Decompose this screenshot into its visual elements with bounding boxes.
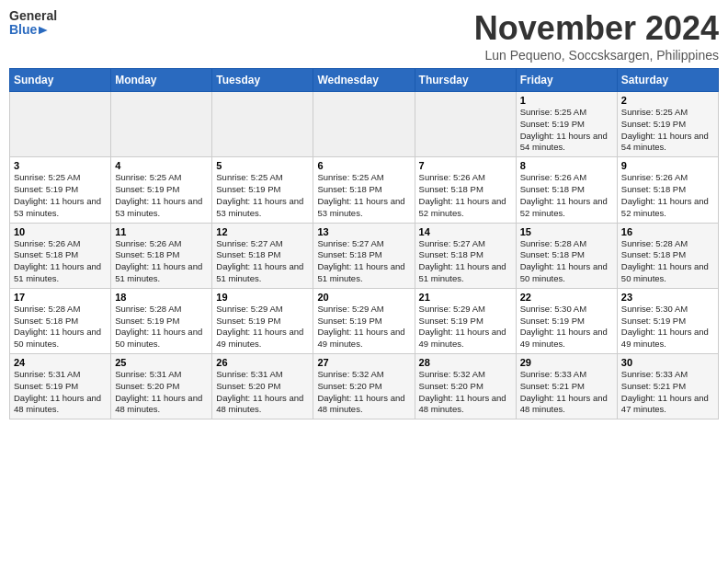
calendar-cell: 26Sunrise: 5:31 AM Sunset: 5:20 PM Dayli… (212, 354, 313, 419)
calendar-cell: 29Sunrise: 5:33 AM Sunset: 5:21 PM Dayli… (516, 354, 617, 419)
day-number: 24 (14, 357, 107, 368)
calendar-cell: 8Sunrise: 5:26 AM Sunset: 5:18 PM Daylig… (516, 157, 617, 223)
calendar-cell: 5Sunrise: 5:25 AM Sunset: 5:19 PM Daylig… (212, 157, 313, 223)
calendar-week-row: 1Sunrise: 5:25 AM Sunset: 5:19 PM Daylig… (10, 92, 719, 157)
calendar-cell: 6Sunrise: 5:25 AM Sunset: 5:18 PM Daylig… (313, 157, 415, 223)
calendar-cell: 19Sunrise: 5:29 AM Sunset: 5:19 PM Dayli… (212, 288, 313, 353)
col-header-saturday: Saturday (617, 69, 718, 92)
day-number: 7 (419, 160, 512, 171)
day-info: Sunrise: 5:28 AM Sunset: 5:19 PM Dayligh… (115, 304, 208, 350)
day-info: Sunrise: 5:28 AM Sunset: 5:18 PM Dayligh… (14, 304, 107, 350)
day-info: Sunrise: 5:28 AM Sunset: 5:18 PM Dayligh… (520, 238, 613, 285)
day-info: Sunrise: 5:32 AM Sunset: 5:20 PM Dayligh… (317, 369, 410, 416)
logo: General Blue (9, 9, 48, 42)
day-number: 19 (216, 292, 309, 303)
calendar-cell: 12Sunrise: 5:27 AM Sunset: 5:18 PM Dayli… (212, 223, 313, 288)
day-info: Sunrise: 5:28 AM Sunset: 5:18 PM Dayligh… (621, 238, 714, 285)
day-number: 29 (520, 357, 613, 368)
calendar-cell (415, 92, 516, 157)
day-number: 26 (216, 357, 309, 368)
day-info: Sunrise: 5:26 AM Sunset: 5:18 PM Dayligh… (419, 172, 512, 219)
day-info: Sunrise: 5:25 AM Sunset: 5:19 PM Dayligh… (520, 107, 613, 154)
col-header-friday: Friday (516, 69, 617, 92)
day-number: 9 (621, 160, 714, 171)
calendar-cell: 22Sunrise: 5:30 AM Sunset: 5:19 PM Dayli… (516, 288, 617, 353)
day-info: Sunrise: 5:27 AM Sunset: 5:18 PM Dayligh… (317, 238, 410, 285)
day-info: Sunrise: 5:33 AM Sunset: 5:21 PM Dayligh… (520, 369, 613, 416)
day-info: Sunrise: 5:31 AM Sunset: 5:19 PM Dayligh… (14, 369, 107, 416)
day-number: 4 (115, 160, 208, 171)
calendar-cell: 1Sunrise: 5:25 AM Sunset: 5:19 PM Daylig… (516, 92, 617, 157)
location-subtitle: Lun Pequeno, Soccsksargen, Philippines (474, 48, 719, 63)
day-info: Sunrise: 5:26 AM Sunset: 5:18 PM Dayligh… (621, 172, 714, 219)
calendar-cell: 14Sunrise: 5:27 AM Sunset: 5:18 PM Dayli… (415, 223, 516, 288)
day-info: Sunrise: 5:25 AM Sunset: 5:19 PM Dayligh… (14, 172, 107, 219)
calendar-cell (10, 92, 111, 157)
calendar-cell: 20Sunrise: 5:29 AM Sunset: 5:19 PM Dayli… (313, 288, 415, 353)
day-number: 30 (621, 357, 714, 368)
calendar-week-row: 24Sunrise: 5:31 AM Sunset: 5:19 PM Dayli… (10, 354, 719, 419)
calendar-cell (313, 92, 415, 157)
calendar-cell: 23Sunrise: 5:30 AM Sunset: 5:19 PM Dayli… (617, 288, 718, 353)
calendar-cell: 10Sunrise: 5:26 AM Sunset: 5:18 PM Dayli… (10, 223, 111, 288)
day-number: 23 (621, 292, 714, 303)
day-info: Sunrise: 5:25 AM Sunset: 5:18 PM Dayligh… (317, 172, 410, 219)
day-number: 3 (14, 160, 107, 171)
day-number: 1 (520, 95, 613, 106)
calendar-week-row: 3Sunrise: 5:25 AM Sunset: 5:19 PM Daylig… (10, 157, 719, 223)
col-header-thursday: Thursday (415, 69, 516, 92)
calendar-table: SundayMondayTuesdayWednesdayThursdayFrid… (9, 68, 719, 419)
day-info: Sunrise: 5:26 AM Sunset: 5:18 PM Dayligh… (520, 172, 613, 219)
day-number: 16 (621, 226, 714, 237)
title-area: November 2024 Lun Pequeno, Soccsksargen,… (474, 9, 719, 63)
page-header: General Blue November 2024 Lun Pequeno, … (9, 9, 719, 63)
calendar-cell: 25Sunrise: 5:31 AM Sunset: 5:20 PM Dayli… (111, 354, 212, 419)
col-header-tuesday: Tuesday (212, 69, 313, 92)
day-number: 8 (520, 160, 613, 171)
day-info: Sunrise: 5:31 AM Sunset: 5:20 PM Dayligh… (115, 369, 208, 416)
calendar-cell: 17Sunrise: 5:28 AM Sunset: 5:18 PM Dayli… (10, 288, 111, 353)
calendar-cell: 11Sunrise: 5:26 AM Sunset: 5:18 PM Dayli… (111, 223, 212, 288)
calendar-week-row: 10Sunrise: 5:26 AM Sunset: 5:18 PM Dayli… (10, 223, 719, 288)
day-info: Sunrise: 5:27 AM Sunset: 5:18 PM Dayligh… (419, 238, 512, 285)
calendar-header-row: SundayMondayTuesdayWednesdayThursdayFrid… (10, 69, 719, 92)
day-info: Sunrise: 5:30 AM Sunset: 5:19 PM Dayligh… (520, 304, 613, 350)
svg-marker-0 (39, 27, 48, 34)
day-info: Sunrise: 5:29 AM Sunset: 5:19 PM Dayligh… (317, 304, 410, 350)
calendar-cell: 2Sunrise: 5:25 AM Sunset: 5:19 PM Daylig… (617, 92, 718, 157)
calendar-cell: 15Sunrise: 5:28 AM Sunset: 5:18 PM Dayli… (516, 223, 617, 288)
day-number: 15 (520, 226, 613, 237)
calendar-cell: 18Sunrise: 5:28 AM Sunset: 5:19 PM Dayli… (111, 288, 212, 353)
calendar-cell: 13Sunrise: 5:27 AM Sunset: 5:18 PM Dayli… (313, 223, 415, 288)
day-number: 12 (216, 226, 309, 237)
calendar-cell: 3Sunrise: 5:25 AM Sunset: 5:19 PM Daylig… (10, 157, 111, 223)
day-number: 18 (115, 292, 208, 303)
day-number: 11 (115, 226, 208, 237)
day-info: Sunrise: 5:29 AM Sunset: 5:19 PM Dayligh… (419, 304, 512, 350)
calendar-cell: 16Sunrise: 5:28 AM Sunset: 5:18 PM Dayli… (617, 223, 718, 288)
day-info: Sunrise: 5:32 AM Sunset: 5:20 PM Dayligh… (419, 369, 512, 416)
col-header-monday: Monday (111, 69, 212, 92)
day-number: 22 (520, 292, 613, 303)
day-number: 21 (419, 292, 512, 303)
day-info: Sunrise: 5:25 AM Sunset: 5:19 PM Dayligh… (621, 107, 714, 154)
calendar-cell: 27Sunrise: 5:32 AM Sunset: 5:20 PM Dayli… (313, 354, 415, 419)
day-number: 13 (317, 226, 410, 237)
day-info: Sunrise: 5:25 AM Sunset: 5:19 PM Dayligh… (216, 172, 309, 219)
day-info: Sunrise: 5:29 AM Sunset: 5:19 PM Dayligh… (216, 304, 309, 350)
day-number: 27 (317, 357, 410, 368)
month-year-title: November 2024 (474, 9, 719, 48)
day-number: 6 (317, 160, 410, 171)
calendar-cell: 9Sunrise: 5:26 AM Sunset: 5:18 PM Daylig… (617, 157, 718, 223)
day-number: 28 (419, 357, 512, 368)
day-number: 10 (14, 226, 107, 237)
day-number: 25 (115, 357, 208, 368)
day-info: Sunrise: 5:31 AM Sunset: 5:20 PM Dayligh… (216, 369, 309, 416)
day-info: Sunrise: 5:25 AM Sunset: 5:19 PM Dayligh… (115, 172, 208, 219)
day-info: Sunrise: 5:26 AM Sunset: 5:18 PM Dayligh… (14, 238, 107, 285)
day-info: Sunrise: 5:30 AM Sunset: 5:19 PM Dayligh… (621, 304, 714, 350)
calendar-cell: 7Sunrise: 5:26 AM Sunset: 5:18 PM Daylig… (415, 157, 516, 223)
calendar-cell: 28Sunrise: 5:32 AM Sunset: 5:20 PM Dayli… (415, 354, 516, 419)
calendar-cell: 24Sunrise: 5:31 AM Sunset: 5:19 PM Dayli… (10, 354, 111, 419)
col-header-sunday: Sunday (10, 69, 111, 92)
